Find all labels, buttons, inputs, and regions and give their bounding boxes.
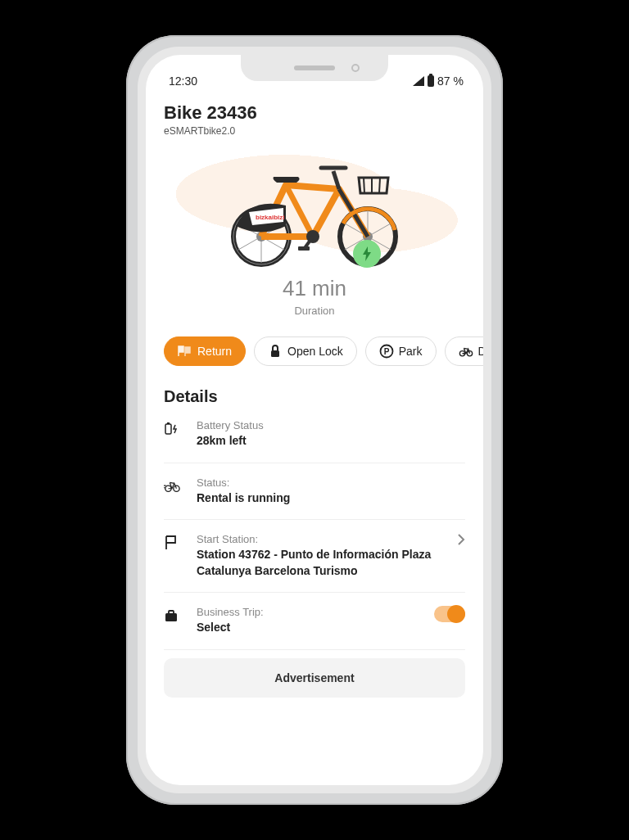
flag-icon xyxy=(164,535,180,551)
duration-value: 41 min xyxy=(164,276,465,301)
duration-block: 41 min Duration xyxy=(164,276,465,317)
battery-icon xyxy=(428,75,434,87)
business-trip-toggle[interactable] xyxy=(434,606,465,622)
detail-business-text: Business Trip: Select xyxy=(197,606,418,636)
flags-icon xyxy=(178,344,192,359)
open-lock-label: Open Lock xyxy=(287,345,343,358)
status-time: 12:30 xyxy=(169,75,197,88)
screen: 12:30 87 % Bike 23436 eSMARTbike2.0 xyxy=(146,55,483,785)
bike-hero: bizkaibizi xyxy=(164,142,465,273)
speaker xyxy=(294,65,335,70)
station-label: Start Station: xyxy=(197,533,441,545)
status-right: 87 % xyxy=(413,75,464,88)
detail-row-station[interactable]: Start Station: Station 43762 - Punto de … xyxy=(164,520,465,593)
business-label: Business Trip: xyxy=(197,606,418,618)
detail-status-text: Status: Rental is running xyxy=(197,476,465,507)
business-value: Select xyxy=(197,620,418,636)
camera xyxy=(351,64,360,72)
damage-button[interactable]: Da xyxy=(445,336,483,366)
svg-rect-31 xyxy=(167,422,170,424)
return-label: Return xyxy=(197,345,232,358)
bike-brand-text: bizkaibizi xyxy=(256,214,285,221)
svg-rect-30 xyxy=(165,424,171,434)
park-icon: P xyxy=(379,344,394,359)
svg-point-29 xyxy=(467,351,472,356)
detail-row-business: Business Trip: Select xyxy=(164,593,465,650)
duration-label: Duration xyxy=(164,305,465,317)
park-label: Park xyxy=(399,345,423,358)
actions-row: Return Open Lock P Park xyxy=(164,336,483,366)
svg-point-33 xyxy=(174,485,179,491)
advertisement-box[interactable]: Advertisement xyxy=(164,658,465,698)
detail-row-battery: Battery Status 28km left xyxy=(164,406,465,463)
phone-inner: 12:30 87 % Bike 23436 eSMARTbike2.0 xyxy=(138,47,491,793)
svg-line-19 xyxy=(364,178,364,193)
briefcase-icon xyxy=(164,607,180,624)
status-value: Rental is running xyxy=(197,490,465,507)
page-subtitle: eSMARTbike2.0 xyxy=(164,125,465,137)
detail-row-status: Status: Rental is running xyxy=(164,463,465,521)
notch xyxy=(241,55,388,81)
open-lock-button[interactable]: Open Lock xyxy=(254,336,357,366)
detail-battery-text: Battery Status 28km left xyxy=(197,419,465,449)
battery-percent: 87 % xyxy=(437,75,464,88)
svg-text:P: P xyxy=(383,347,389,356)
details-heading: Details xyxy=(164,387,465,406)
bike-icon xyxy=(459,344,473,359)
chevron-right-icon xyxy=(457,533,465,546)
content: Bike 23436 eSMARTbike2.0 xyxy=(146,88,483,698)
return-button[interactable]: Return xyxy=(164,336,246,366)
battery-value: 28km left xyxy=(197,433,465,449)
phone-frame: 12:30 87 % Bike 23436 eSMARTbike2.0 xyxy=(126,35,503,805)
svg-rect-34 xyxy=(165,613,177,621)
svg-line-21 xyxy=(379,178,380,193)
park-button[interactable]: P Park xyxy=(365,336,437,366)
charge-badge-icon xyxy=(353,240,381,268)
detail-station-text: Start Station: Station 43762 - Punto de … xyxy=(197,533,441,579)
battery-label: Battery Status xyxy=(197,419,465,431)
bike-status-icon xyxy=(164,478,180,495)
damage-label: Da xyxy=(478,345,483,358)
station-value: Station 43762 - Punto de Información Pla… xyxy=(197,547,441,579)
svg-rect-25 xyxy=(271,350,279,357)
signal-icon xyxy=(413,76,424,86)
page-title: Bike 23436 xyxy=(164,102,465,124)
svg-rect-24 xyxy=(298,246,310,251)
battery-status-icon xyxy=(164,421,180,437)
bike-illustration: bizkaibizi xyxy=(216,148,413,267)
lock-icon xyxy=(268,344,283,359)
status-label: Status: xyxy=(197,476,465,489)
